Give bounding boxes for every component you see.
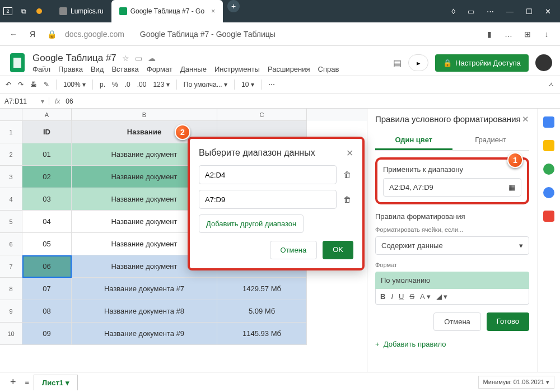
add-sheet-icon[interactable]: + [6,376,21,388]
add-rule-link[interactable]: + Добавить правило [375,340,529,348]
cell[interactable]: Название документа #7 [72,278,217,300]
row-header[interactable]: 9 [0,300,22,323]
maps-app-icon[interactable] [543,211,554,222]
orange-dot-icon[interactable] [31,8,47,14]
dec-decrease-button[interactable]: .0 [125,81,130,88]
table-row[interactable]: 1009Название документа #91145.93 Мб [0,323,367,345]
bold-icon[interactable]: B [380,292,385,301]
font-select[interactable]: По умолча... ▾ [184,81,227,88]
cloud-icon[interactable]: ☁ [148,54,156,63]
col-header-b[interactable]: B [72,109,217,121]
add-range-button[interactable]: Добавить другой диапазон [199,214,304,233]
comments-icon[interactable]: ▤ [393,58,402,68]
row-header[interactable]: 6 [0,233,22,255]
close-icon[interactable]: ✕ [545,7,551,16]
dialog-cancel-button[interactable]: Отмена [270,241,318,259]
zoom-select[interactable]: 100% ▾ [63,81,86,88]
cell[interactable]: 03 [22,188,72,211]
cell[interactable]: 07 [22,278,72,300]
menu-insert[interactable]: Вставка [111,65,138,73]
row-header[interactable]: 2 [0,143,22,166]
row-header[interactable]: 5 [0,211,22,233]
menu-edit[interactable]: Правка [58,65,83,73]
calendar-app-icon[interactable] [543,116,554,128]
cell[interactable]: 02 [22,166,72,188]
menu-data[interactable]: Данные [180,65,207,73]
apply-range-input[interactable]: A2:D4, A7:D9 ▦ [383,178,521,197]
italic-icon[interactable]: I [391,292,393,301]
tab-single-color[interactable]: Один цвет [375,131,452,150]
sheet-tab-1[interactable]: Лист1 ▾ [34,375,78,390]
person-icon[interactable]: ◊ [452,7,455,16]
print-icon[interactable]: 🖶 [30,81,37,88]
cell[interactable]: 1429.57 Мб [217,278,307,300]
browser-tab-1[interactable]: Lumpics.ru [52,0,111,22]
percent-button[interactable]: % [112,81,118,88]
cell[interactable]: 5.09 Мб [217,300,307,323]
collections-icon[interactable]: ▭ [468,7,474,16]
range-input-2[interactable] [199,190,337,209]
contacts-app-icon[interactable] [543,187,554,198]
sheets-logo-icon[interactable] [8,50,27,75]
currency-button[interactable]: р. [100,81,105,88]
tasks-app-icon[interactable] [543,164,554,175]
strike-icon[interactable]: S [409,292,414,301]
collapse-toolbar-icon[interactable]: ㅅ [548,80,554,90]
meet-button[interactable]: ▸ [408,54,428,71]
row-header[interactable]: 1 [0,121,22,143]
extensions-icon[interactable]: ⊞ [522,30,533,39]
minimize-icon[interactable]: ― [506,7,514,16]
browser-tab-2[interactable]: Google Таблица #7 - Go× [111,0,223,22]
dec-increase-button[interactable]: .00 [137,81,147,88]
panel-cancel-button[interactable]: Отмена [433,312,481,331]
menu-extensions[interactable]: Расширения [268,65,310,73]
home-icon[interactable]: 2 [0,7,16,15]
bookmark-icon[interactable]: ▮ [484,30,495,39]
formula-input[interactable]: 06 [66,97,73,105]
delete-range-2-icon[interactable]: 🗑 [341,195,353,204]
row-header[interactable]: 8 [0,278,22,300]
cell[interactable]: Название документа #8 [72,300,217,323]
col-header-a[interactable]: A [22,109,72,121]
redo-icon[interactable]: ↷ [18,81,24,88]
table-row[interactable]: 908Название документа #85.09 Мб [0,300,367,323]
cell[interactable]: 06 [22,255,72,278]
cell[interactable]: 05 [22,233,72,255]
panels-icon[interactable]: ⧉ [16,7,31,15]
text-color-icon[interactable]: A ▾ [420,292,431,301]
document-title[interactable]: Google Таблица #7 [32,53,116,64]
paint-icon[interactable]: ✎ [44,81,49,88]
font-size-select[interactable]: 10 ▾ [241,81,254,88]
avatar[interactable] [535,54,552,71]
row-header[interactable]: 10 [0,323,22,345]
row-header[interactable]: 7 [0,255,22,278]
menu-format[interactable]: Формат [147,65,172,73]
number-format-button[interactable]: 123 ▾ [153,81,169,88]
menu-view[interactable]: Вид [91,65,104,73]
cell[interactable]: 01 [22,143,72,166]
menu-tools[interactable]: Инструменты [214,65,260,73]
back-icon[interactable]: ← [8,30,19,39]
tab-gradient[interactable]: Градиент [452,131,530,150]
range-input-1[interactable] [199,165,337,184]
fill-color-icon[interactable]: ◢ ▾ [436,292,448,301]
row-header[interactable]: 4 [0,188,22,211]
underline-icon[interactable]: U [399,292,404,301]
stats-summary[interactable]: Минимум: 01.06.2021 ▾ [478,376,554,389]
cell[interactable]: Название документа #9 [72,323,217,345]
new-tab-button[interactable]: + [227,0,240,12]
cell[interactable]: ID [22,121,72,143]
share-button[interactable]: 🔒Настройки Доступа [435,54,529,72]
grid-icon[interactable]: ▦ [508,183,515,192]
all-sheets-icon[interactable]: ≡ [21,378,34,386]
keep-app-icon[interactable] [543,140,554,151]
cell[interactable]: 08 [22,300,72,323]
more-toolbar-icon[interactable]: ⋯ [268,81,275,88]
row-header[interactable]: 3 [0,166,22,188]
star-icon[interactable]: ☆ [122,54,129,63]
more-icon[interactable]: ⋯ [487,7,494,16]
delete-range-1-icon[interactable]: 🗑 [341,170,353,179]
select-all-corner[interactable] [0,109,22,121]
url-text[interactable]: docs.google.com [65,30,124,39]
cell[interactable]: 1145.93 Мб [217,323,307,345]
